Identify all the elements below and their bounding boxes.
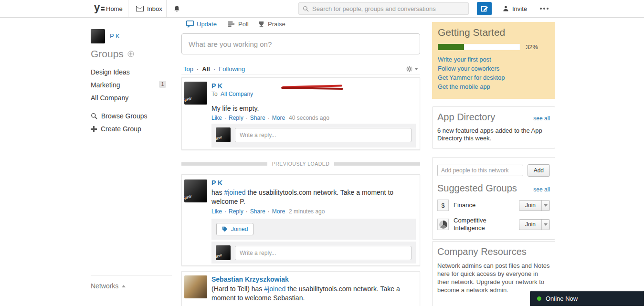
- tab-praise[interactable]: Praise: [258, 21, 285, 28]
- reply-box: New: [211, 124, 416, 148]
- new-user-tag: New: [184, 95, 192, 104]
- browse-groups-link[interactable]: Browse Groups: [91, 112, 172, 120]
- get-mobile-app-link[interactable]: Get the mobile app: [438, 82, 549, 91]
- joined-hashtag-link[interactable]: #joined: [264, 285, 285, 293]
- add-group-circle-plus-icon[interactable]: [127, 51, 134, 57]
- reply-avatar: New: [216, 245, 231, 260]
- tab-update[interactable]: Update: [186, 21, 217, 28]
- getting-started-progress: 32%: [438, 43, 549, 51]
- post: New P K has #joined the usabilitytools.c…: [181, 174, 420, 266]
- gear-icon: [406, 66, 412, 72]
- author-link[interactable]: Sebastian Krzyszkowiak: [211, 275, 289, 283]
- networks-toggle[interactable]: Networks: [91, 275, 172, 290]
- search-input[interactable]: [312, 5, 465, 12]
- reply-input[interactable]: [235, 128, 412, 142]
- joined-badge-area: Joined: [211, 219, 416, 240]
- composer-input[interactable]: [181, 33, 420, 54]
- app-directory-text: 6 new featured apps added to the App Dir…: [437, 127, 550, 142]
- joined-badge-button[interactable]: Joined: [216, 223, 253, 235]
- getting-started-links: Write your first post Follow your cowork…: [438, 55, 549, 91]
- join-button[interactable]: Join: [519, 200, 550, 211]
- post-author-avatar[interactable]: New: [184, 179, 207, 202]
- write-first-post-link[interactable]: Write your first post: [438, 55, 549, 64]
- chevron-down-icon: [544, 204, 548, 207]
- notifications-bell-icon[interactable]: [173, 0, 180, 17]
- sidebar-item-all-company[interactable]: All Company: [91, 94, 172, 102]
- reply-link[interactable]: Reply: [222, 208, 243, 215]
- post-actions: LikeReplyShareMore2 minutes ago: [211, 208, 325, 215]
- like-link[interactable]: Like: [211, 115, 222, 121]
- add-people-input[interactable]: [437, 165, 523, 176]
- add-button[interactable]: Add: [528, 164, 550, 177]
- online-now-chat-badge[interactable]: Online Now: [530, 291, 644, 306]
- join-dropdown-button[interactable]: [541, 220, 549, 230]
- chevron-down-icon: [414, 68, 418, 70]
- author-link[interactable]: P K: [211, 179, 222, 187]
- reply-input[interactable]: [235, 246, 412, 260]
- compose-button[interactable]: [477, 2, 492, 15]
- tag-icon: [222, 226, 228, 232]
- group-name-link[interactable]: Finance: [454, 201, 514, 209]
- post-author-avatar[interactable]: New: [184, 82, 207, 105]
- topbar-separator: [91, 0, 91, 17]
- join-dropdown-button[interactable]: [541, 200, 549, 211]
- app-directory-card: App Directory see all 6 new featured app…: [432, 106, 555, 148]
- feed-column: Update Poll Praise Top All Following New…: [180, 18, 421, 306]
- unread-count-badge: 1: [159, 81, 166, 88]
- topbar-separator: [128, 0, 128, 17]
- like-link[interactable]: Like: [211, 208, 222, 215]
- sidebar-item-design-ideas[interactable]: Design Ideas: [91, 68, 172, 76]
- new-user-tag: New: [184, 193, 192, 201]
- progress-fill: [438, 44, 464, 50]
- home-tab-label: Home: [106, 5, 123, 12]
- joined-hashtag-link[interactable]: #joined: [224, 189, 245, 196]
- more-menu-button[interactable]: [540, 8, 549, 10]
- suggested-groups-title: Suggested Groups: [437, 183, 517, 194]
- tab-inbox[interactable]: Inbox: [136, 0, 162, 17]
- filter-top-link[interactable]: Top: [183, 65, 193, 73]
- post-body: has #joined the usabilitytools.com netwo…: [211, 188, 414, 206]
- author-link[interactable]: P K: [211, 82, 222, 90]
- tab-home[interactable]: Home: [106, 0, 123, 17]
- reply-box: New: [211, 242, 416, 264]
- app-directory-title: App Directory: [437, 112, 495, 123]
- join-button[interactable]: Join: [519, 219, 550, 230]
- search-bar: [298, 2, 469, 15]
- reply-link[interactable]: Reply: [222, 115, 243, 121]
- tab-poll[interactable]: Poll: [228, 21, 249, 28]
- filter-following-link[interactable]: Following: [210, 65, 245, 73]
- post-body: (Hard to Tell) has #joined the usability…: [211, 285, 414, 303]
- envelope-icon: [136, 6, 144, 11]
- to-group-link[interactable]: All Company: [221, 91, 253, 97]
- user-name-link[interactable]: P K: [110, 32, 120, 40]
- timestamp: 2 minutes ago: [289, 208, 325, 215]
- group-name-link[interactable]: Competitive Intelligence: [454, 217, 514, 232]
- trophy-icon: [258, 21, 265, 28]
- post-author-avatar[interactable]: [184, 275, 207, 298]
- suggested-groups-see-all-link[interactable]: see all: [533, 186, 550, 193]
- suggested-group-row: Competitive Intelligence Join: [437, 217, 550, 232]
- feed-settings-button[interactable]: [406, 66, 418, 72]
- more-link[interactable]: More: [265, 115, 285, 121]
- share-link[interactable]: Share: [243, 115, 265, 121]
- online-status-dot: [537, 296, 541, 301]
- filter-all-selected[interactable]: All: [193, 65, 210, 73]
- sidebar-item-marketing[interactable]: Marketing 1: [91, 81, 172, 89]
- more-link[interactable]: More: [265, 208, 285, 215]
- get-yammer-desktop-link[interactable]: Get Yammer for desktop: [438, 73, 549, 82]
- pie-chart-icon: [437, 219, 449, 230]
- yammer-logo-bars: [101, 7, 105, 11]
- post-actions: LikeReplyShareMore40 seconds ago: [211, 115, 329, 121]
- invite-label: Invite: [512, 5, 527, 12]
- app-directory-see-all-link[interactable]: see all: [533, 115, 550, 122]
- share-link[interactable]: Share: [243, 208, 265, 215]
- user-avatar[interactable]: [91, 29, 105, 43]
- create-group-link[interactable]: Create Group: [91, 125, 172, 133]
- follow-coworkers-link[interactable]: Follow your coworkers: [438, 64, 549, 73]
- groups-heading: Groups: [91, 48, 134, 60]
- yammer-logo[interactable]: y: [94, 1, 106, 16]
- progress-bar: [438, 44, 520, 50]
- right-column: Getting Started 32% Write your first pos…: [432, 22, 555, 306]
- invite-button[interactable]: Invite: [503, 0, 527, 17]
- topbar-separator: [166, 0, 167, 17]
